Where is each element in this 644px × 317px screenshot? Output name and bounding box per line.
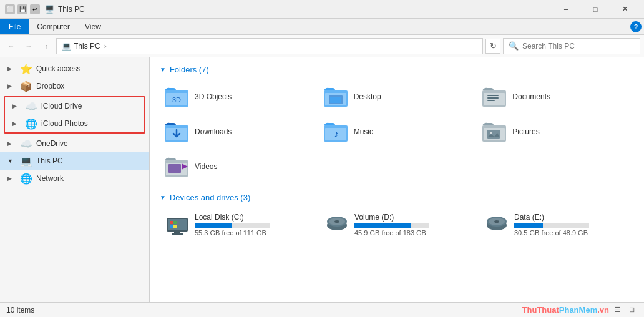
icloud-photos-icon: 🌐 <box>25 118 37 130</box>
expand-arrow: ▶ <box>7 83 16 89</box>
drive-volume-d[interactable]: Volume (D:) 45.9 GB free of 183 GB <box>320 208 474 241</box>
status-bar: 10 items ThuThuatPhanMem.vn ☰ ⊞ <box>0 302 644 317</box>
drive-local-c[interactable]: Local Disk (C:) 55.3 GB free of 111 GB <box>160 208 315 241</box>
folder-downloads[interactable]: Downloads <box>160 115 316 148</box>
folder-music[interactable]: ♪ Music <box>319 115 476 148</box>
sidebar-label-icloud-drive: iCloud Drive <box>41 102 139 110</box>
list-view-icon[interactable]: ☰ <box>612 304 624 316</box>
drive-fill-c <box>195 223 232 228</box>
sidebar-label-icloud-photos: iCloud Photos <box>41 119 139 128</box>
help-button[interactable]: ? <box>630 21 642 32</box>
maximize-button[interactable]: □ <box>581 0 610 19</box>
folder-name-videos: Videos <box>195 162 217 171</box>
menu-computer[interactable]: Computer <box>29 19 77 34</box>
folder-videos[interactable]: Videos <box>160 150 316 183</box>
sidebar-item-icloud-drive[interactable]: ▶ ☁️ iCloud Drive <box>5 97 144 115</box>
svg-point-37 <box>334 220 339 223</box>
title-pc-icon: 🖥️ <box>45 5 54 14</box>
folder-pictures[interactable]: Pictures <box>477 115 634 148</box>
svg-text:3D: 3D <box>172 96 181 104</box>
folder-icon-documents <box>482 84 507 109</box>
drive-free-e: 30.5 GB free of 48.9 GB <box>514 229 629 237</box>
drive-info-d: Volume (D:) 45.9 GB free of 183 GB <box>354 213 469 237</box>
menu-file[interactable]: File <box>0 19 29 34</box>
forward-button[interactable]: → <box>21 39 36 54</box>
sidebar-label-network: Network <box>36 174 144 183</box>
save-icon: 💾 <box>17 4 27 14</box>
folders-grid: 3D 3D Objects Desktop <box>160 80 634 183</box>
folder-name-pictures: Pictures <box>512 127 539 136</box>
folder-name-music: Music <box>354 127 373 136</box>
folder-icon-downloads <box>165 119 190 144</box>
folder-icon-3d: 3D <box>165 84 190 109</box>
up-button[interactable]: ↑ <box>39 39 54 54</box>
sidebar-label-quick-access: Quick access <box>36 64 144 73</box>
folders-chevron[interactable]: ▼ <box>160 66 166 73</box>
this-pc-icon: 💻 <box>20 155 32 167</box>
sidebar: ▶ ⭐ Quick access ▶ 📦 Dropbox ▶ ☁️ iCloud… <box>0 57 150 302</box>
drive-free-d: 45.9 GB free of 183 GB <box>354 229 469 237</box>
folders-section-label: Folders (7) <box>170 65 209 74</box>
drives-chevron[interactable]: ▼ <box>160 194 166 201</box>
folder-name-documents: Documents <box>512 92 550 101</box>
drive-info-e: Data (E:) 30.5 GB free of 48.9 GB <box>514 213 629 237</box>
folder-3d-objects[interactable]: 3D 3D Objects <box>160 80 316 113</box>
expand-arrow: ▶ <box>7 140 16 147</box>
title-bar-icons: ⬜ 💾 ↩ <box>5 4 40 14</box>
folder-name-desktop: Desktop <box>354 92 381 101</box>
drive-bar-e <box>514 223 589 228</box>
grid-view-icon[interactable]: ⊞ <box>625 304 638 316</box>
refresh-button[interactable]: ↻ <box>485 39 500 54</box>
watermark-vn: .vn <box>597 305 609 315</box>
path-text: This PC <box>74 42 100 51</box>
expand-arrow: ▶ <box>7 66 16 72</box>
folder-icon-desktop <box>324 84 349 109</box>
quick-access-icon: ⭐ <box>20 63 32 75</box>
minimize-button[interactable]: ─ <box>552 0 580 19</box>
folder-icon-videos <box>165 154 190 179</box>
sidebar-item-dropbox[interactable]: ▶ 📦 Dropbox <box>0 77 149 95</box>
svg-rect-29 <box>172 233 183 235</box>
drive-data-e[interactable]: Data (E:) 30.5 GB free of 48.9 GB <box>479 208 634 241</box>
drive-fill-e <box>514 223 543 228</box>
quick-access-icon: ⬜ <box>5 4 15 14</box>
expand-arrow: ▼ <box>7 158 16 164</box>
address-path[interactable]: 💻 This PC › <box>56 38 483 54</box>
watermark-phan: Phan <box>559 305 579 315</box>
svg-text:♪: ♪ <box>334 129 339 139</box>
undo-icon: ↩ <box>30 4 40 14</box>
folders-section-header: ▼ Folders (7) <box>160 65 634 74</box>
path-pc-icon: 💻 <box>62 42 71 51</box>
title-bar: ⬜ 💾 ↩ 🖥️ This PC ─ □ ✕ <box>0 0 644 19</box>
sidebar-item-quick-access[interactable]: ▶ ⭐ Quick access <box>0 60 149 77</box>
close-button[interactable]: ✕ <box>610 0 639 19</box>
content-area: ▼ Folders (7) 3D 3D Objects <box>150 57 644 302</box>
icloud-drive-icon: ☁️ <box>25 100 37 112</box>
svg-rect-30 <box>170 221 173 224</box>
drive-name-d: Volume (D:) <box>354 213 469 222</box>
search-box[interactable]: 🔍 <box>503 38 640 54</box>
folder-documents[interactable]: Documents <box>477 80 634 113</box>
drives-section-header: ▼ Devices and drives (3) <box>160 193 634 202</box>
sidebar-item-onedrive[interactable]: ▶ ☁️ OneDrive <box>0 135 149 152</box>
folder-desktop[interactable]: Desktop <box>319 80 476 113</box>
onedrive-icon: ☁️ <box>20 138 32 150</box>
svg-rect-11 <box>487 97 499 99</box>
window-controls[interactable]: ─ □ ✕ <box>552 0 639 19</box>
path-chevron: › <box>104 42 107 51</box>
menu-view[interactable]: View <box>77 19 109 34</box>
dropbox-icon: 📦 <box>20 80 32 92</box>
status-item-count: 10 items <box>6 306 34 315</box>
back-button[interactable]: ← <box>4 39 19 54</box>
svg-rect-33 <box>173 225 177 228</box>
title-text: This PC <box>58 5 85 14</box>
search-input[interactable] <box>522 42 635 51</box>
sidebar-item-icloud-photos[interactable]: ▶ 🌐 iCloud Photos <box>5 115 144 132</box>
watermark-thu: Thu <box>522 305 537 315</box>
folder-name-downloads: Downloads <box>195 127 232 136</box>
sidebar-item-this-pc[interactable]: ▼ 💻 This PC <box>0 152 149 170</box>
sidebar-item-network[interactable]: ▶ 🌐 Network <box>0 170 149 187</box>
svg-rect-10 <box>487 95 499 96</box>
watermark: ThuThuatPhanMem.vn <box>522 305 609 315</box>
drive-fill-d <box>354 223 411 228</box>
